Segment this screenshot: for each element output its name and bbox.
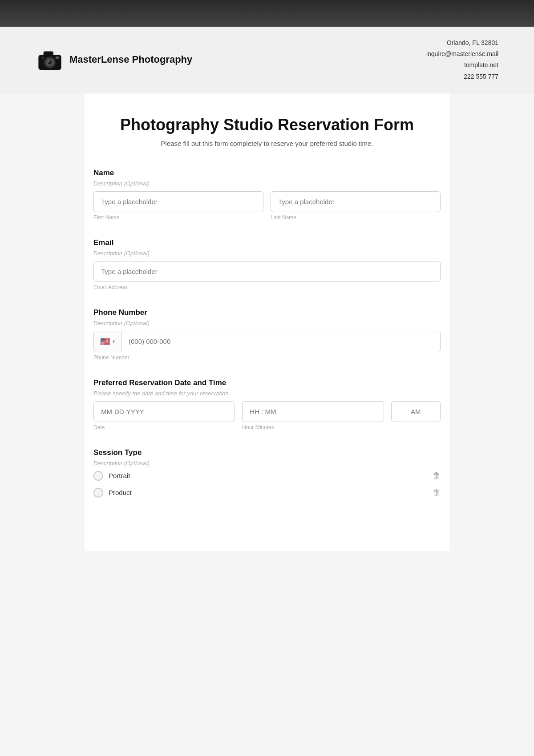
chevron-down-icon: ▾ <box>113 339 115 344</box>
header: MasterLense Photography Orlando, FL 3280… <box>0 27 534 93</box>
contact-phone: 222 555 777 <box>426 71 498 82</box>
svg-rect-6 <box>56 56 59 59</box>
svg-point-8 <box>42 57 43 58</box>
session-type-section: Session Type Description (Optional) Port… <box>93 448 441 498</box>
date-time-row: Date Hour Minutes <box>93 401 441 430</box>
ampm-col <box>391 401 441 430</box>
reservation-description: Please specify the date and time for you… <box>93 390 441 397</box>
svg-point-5 <box>48 61 49 62</box>
contact-address: Orlando, FL 32801 <box>426 37 498 48</box>
form-title: Photography Studio Reservation Form <box>93 116 441 134</box>
time-input[interactable] <box>242 401 384 422</box>
logo-area: MasterLense Photography <box>36 45 192 74</box>
name-row: First Name Last Name <box>93 191 441 221</box>
session-product-label: Product <box>109 489 132 496</box>
reservation-label: Preferred Reservation Date and Time <box>93 378 441 387</box>
date-input[interactable] <box>93 401 235 422</box>
email-label: Email <box>93 238 441 247</box>
contact-info: Orlando, FL 32801 inquire@masterlense.ma… <box>426 37 498 82</box>
session-portrait-label: Portrait <box>109 472 130 479</box>
session-type-label: Session Type <box>93 448 441 457</box>
email-hint: Email Address <box>93 284 441 290</box>
first-name-col: First Name <box>93 191 263 221</box>
contact-email: inquire@masterlense.mail <box>426 48 498 60</box>
name-description: Description (Optional) <box>93 180 441 187</box>
reservation-section: Preferred Reservation Date and Time Plea… <box>93 378 441 430</box>
form-container: Photography Studio Reservation Form Plea… <box>85 93 449 551</box>
phone-flag-select[interactable]: 🇺🇸 ▾ <box>94 331 121 352</box>
last-name-input[interactable] <box>271 191 441 212</box>
email-input[interactable] <box>93 261 441 282</box>
first-name-hint: First Name <box>93 214 263 221</box>
last-name-col: Last Name <box>271 191 441 221</box>
time-col: Hour Minutes <box>242 401 384 430</box>
phone-description: Description (Optional) <box>93 320 441 326</box>
first-name-input[interactable] <box>93 191 263 212</box>
contact-website: template.net <box>426 60 498 71</box>
delete-portrait-icon[interactable]: 🗑 <box>433 471 441 480</box>
top-bar <box>0 0 534 27</box>
phone-row: 🇺🇸 ▾ <box>93 331 441 352</box>
phone-input[interactable] <box>121 331 440 352</box>
logo-icon <box>36 45 64 74</box>
svg-rect-1 <box>44 52 53 56</box>
session-type-description: Description (Optional) <box>93 460 441 466</box>
email-description: Description (Optional) <box>93 250 441 257</box>
flag-emoji: 🇺🇸 <box>100 337 110 346</box>
email-section: Email Description (Optional) Email Addre… <box>93 238 441 290</box>
logo-name: MasterLense Photography <box>69 54 192 65</box>
ampm-input[interactable] <box>391 401 441 422</box>
date-hint: Date <box>93 424 235 430</box>
date-col: Date <box>93 401 235 430</box>
name-section: Name Description (Optional) First Name L… <box>93 169 441 221</box>
phone-hint: Phone Number <box>93 354 441 361</box>
time-hint: Hour Minutes <box>242 424 384 430</box>
last-name-hint: Last Name <box>271 214 441 221</box>
radio-product[interactable] <box>93 488 103 498</box>
session-option-product: Product 🗑 <box>93 488 441 498</box>
radio-portrait[interactable] <box>93 471 103 481</box>
session-option-portrait: Portrait 🗑 <box>93 471 441 481</box>
phone-section: Phone Number Description (Optional) 🇺🇸 ▾… <box>93 308 441 361</box>
delete-product-icon[interactable]: 🗑 <box>433 488 441 497</box>
form-subtitle: Please fill out this form completely to … <box>93 140 441 147</box>
name-label: Name <box>93 169 441 177</box>
phone-label: Phone Number <box>93 308 441 317</box>
